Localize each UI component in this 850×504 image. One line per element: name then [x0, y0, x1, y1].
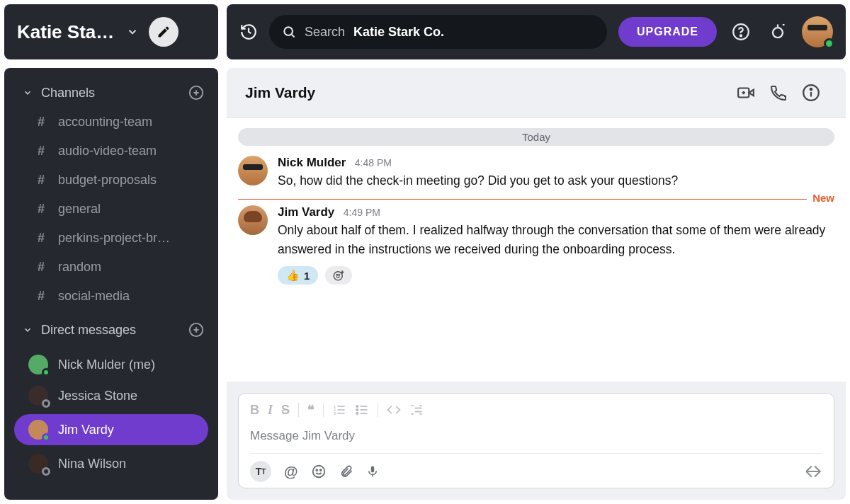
workspace-switcher[interactable]: Katie Sta… — [4, 4, 218, 59]
message-author[interactable]: Nick Mulder — [278, 156, 346, 169]
whats-new-icon[interactable] — [765, 22, 790, 42]
svg-point-20 — [339, 275, 340, 276]
conversation-title[interactable]: Jim Vardy — [245, 84, 730, 101]
bold-icon[interactable]: B — [250, 403, 259, 418]
bullet-list-icon[interactable] — [355, 403, 369, 417]
svg-point-18 — [334, 272, 343, 280]
channel-item[interactable]: #budget-proposals — [4, 166, 218, 195]
info-icon[interactable] — [795, 84, 827, 102]
search-input[interactable]: Search Katie Stark Co. — [269, 15, 607, 49]
message-time: 4:49 PM — [344, 207, 380, 218]
presence-indicator — [42, 433, 50, 442]
code-icon[interactable] — [387, 403, 401, 417]
svg-point-3 — [740, 35, 742, 36]
workspace-name: Katie Sta… — [17, 21, 123, 43]
search-label: Search — [305, 25, 345, 40]
dm-item[interactable]: Jessica Stone — [4, 380, 218, 411]
hash-icon: # — [35, 202, 47, 217]
search-icon — [282, 25, 296, 39]
ordered-list-icon[interactable]: 123 — [332, 403, 346, 417]
hash-icon: # — [35, 260, 47, 275]
hash-icon: # — [35, 144, 47, 159]
phone-call-icon[interactable] — [762, 84, 795, 101]
audio-icon[interactable] — [366, 464, 379, 479]
add-reaction-button[interactable] — [325, 266, 352, 285]
message-author[interactable]: Jim Vardy — [278, 205, 334, 219]
add-dm-button[interactable] — [188, 322, 204, 338]
new-label: New — [807, 192, 834, 204]
channel-name: perkins-project-br… — [58, 231, 170, 246]
channel-name: random — [58, 260, 101, 275]
dm-name: Jessica Stone — [58, 389, 137, 403]
channel-item[interactable]: #accounting-team — [4, 108, 218, 137]
channel-item[interactable]: #social-media — [4, 282, 218, 311]
svg-point-43 — [319, 469, 321, 471]
chevron-down-icon — [23, 88, 33, 98]
dm-item-active[interactable]: Jim Vardy — [14, 414, 208, 445]
add-channel-button[interactable] — [188, 85, 204, 101]
reaction-count: 1 — [304, 270, 310, 282]
message: Jim Vardy 4:49 PM Only about half of the… — [227, 200, 846, 289]
user-avatar[interactable] — [802, 16, 833, 47]
codeblock-icon[interactable] — [409, 403, 424, 417]
upgrade-button[interactable]: UPGRADE — [618, 17, 717, 47]
hash-icon: # — [35, 115, 47, 130]
chevron-down-icon — [23, 325, 33, 335]
new-messages-separator: New — [238, 199, 834, 200]
mention-icon[interactable]: @ — [284, 464, 298, 480]
channels-section-header[interactable]: Channels — [4, 81, 218, 108]
dms-section-header[interactable]: Direct messages — [4, 318, 218, 345]
message: Nick Mulder 4:48 PM So, how did the chec… — [227, 150, 846, 195]
attachment-icon[interactable] — [339, 464, 353, 479]
presence-indicator — [42, 399, 50, 408]
dm-name: Nina Wilson — [58, 457, 126, 471]
sidebar: Channels #accounting-team #audio-video-t… — [4, 68, 218, 500]
compose-button[interactable] — [149, 17, 178, 47]
hash-icon: # — [35, 231, 47, 246]
avatar — [28, 454, 48, 474]
message-input[interactable]: Message Jim Vardy — [250, 423, 822, 453]
emoji-icon[interactable] — [311, 464, 327, 479]
channel-item[interactable]: #random — [4, 253, 218, 282]
help-icon[interactable] — [728, 23, 754, 41]
dm-name: Jim Vardy — [58, 423, 114, 437]
date-separator-label: Today — [238, 128, 834, 146]
channel-name: accounting-team — [58, 115, 152, 130]
avatar[interactable] — [238, 156, 268, 185]
dm-item[interactable]: Nick Mulder (me) — [4, 349, 218, 380]
video-call-icon[interactable] — [730, 84, 762, 102]
conversation-header: Jim Vardy — [227, 68, 846, 118]
channel-item[interactable]: #audio-video-team — [4, 137, 218, 166]
svg-point-17 — [810, 88, 812, 91]
svg-point-41 — [312, 466, 324, 478]
presence-indicator — [824, 38, 834, 49]
dm-name: Nick Mulder (me) — [58, 357, 155, 372]
svg-point-19 — [336, 275, 338, 276]
send-button[interactable] — [804, 462, 822, 481]
reaction[interactable]: 👍1 — [278, 266, 318, 285]
hash-icon: # — [35, 289, 47, 304]
conversation-pane: Jim Vardy Today Nick Mulder 4:48 PM So, … — [227, 68, 846, 500]
channel-name: audio-video-team — [58, 144, 157, 159]
strike-icon[interactable]: S — [281, 403, 290, 418]
svg-point-33 — [356, 409, 358, 411]
italic-icon[interactable]: I — [268, 403, 273, 418]
dm-item[interactable]: Nina Wilson — [4, 448, 218, 479]
toggle-formatting-icon[interactable]: TT — [250, 461, 271, 482]
top-bar: Search Katie Stark Co. UPGRADE — [227, 4, 846, 59]
channel-name: social-media — [58, 289, 130, 304]
channel-name: budget-proposals — [58, 173, 157, 188]
quote-icon[interactable]: ❝ — [307, 402, 314, 418]
history-icon[interactable] — [239, 23, 258, 41]
hash-icon: # — [35, 173, 47, 188]
presence-indicator — [42, 467, 50, 476]
search-scope: Katie Stark Co. — [353, 25, 444, 40]
chevron-down-icon — [126, 25, 139, 38]
avatar — [28, 355, 48, 374]
channel-item[interactable]: #perkins-project-br… — [4, 224, 218, 253]
svg-point-4 — [773, 28, 783, 38]
channel-item[interactable]: #general — [4, 195, 218, 224]
channels-label: Channels — [41, 86, 188, 101]
svg-point-0 — [284, 27, 293, 35]
avatar[interactable] — [238, 205, 268, 235]
